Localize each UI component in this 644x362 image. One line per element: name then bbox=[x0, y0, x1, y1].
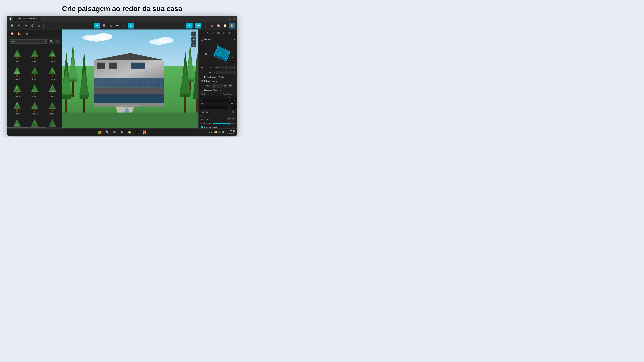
tree-item-9[interactable]: Tree 8 bbox=[44, 81, 61, 98]
tree-item-11[interactable]: Tree 10 bbox=[26, 99, 43, 115]
panel-tab-home[interactable]: 🏠 bbox=[9, 31, 15, 36]
tab-close-icon[interactable]: ✕ bbox=[36, 17, 38, 20]
depth-decrease[interactable]: − bbox=[228, 71, 231, 74]
svg-point-148 bbox=[214, 53, 215, 54]
point-elevation-decrease[interactable]: − bbox=[227, 117, 230, 120]
tree-item-12[interactable]: Tree 11 bbox=[44, 99, 61, 115]
point-row-4[interactable]: # 40.00 in bbox=[198, 106, 237, 109]
tree-item-7[interactable]: Tree 6 bbox=[8, 81, 26, 98]
point-forward-button[interactable]: ▶ bbox=[205, 110, 209, 114]
tree-label-5: Tree 4 bbox=[32, 78, 37, 80]
app-button[interactable]: 🦊 bbox=[141, 129, 147, 135]
info-button[interactable]: ℹ bbox=[202, 23, 208, 28]
tree-item-1[interactable]: Tree bbox=[8, 46, 26, 63]
tree-item-8[interactable]: Tree 7 bbox=[26, 81, 43, 98]
svg-rect-162 bbox=[113, 131, 114, 132]
render-button[interactable]: 🎨 bbox=[229, 23, 235, 28]
right-tab-structure[interactable] bbox=[205, 31, 210, 35]
smoothness-slider[interactable] bbox=[213, 123, 235, 124]
filter-button[interactable]: ⚙ bbox=[55, 39, 60, 44]
tree-item-5[interactable]: Tree 4 bbox=[26, 64, 43, 81]
menu-button[interactable]: ☰ bbox=[9, 23, 15, 28]
tree-item-3[interactable]: Tree 2 bbox=[44, 46, 61, 63]
lock-icon[interactable] bbox=[200, 66, 204, 69]
right-tab-home[interactable] bbox=[227, 31, 232, 35]
point-row-1[interactable]: # 10.00 in bbox=[198, 96, 237, 99]
nav-zoom-out[interactable]: − bbox=[191, 37, 196, 42]
edit-geometry-label[interactable]: Edit Geometry bbox=[204, 80, 217, 82]
files-button[interactable] bbox=[112, 129, 118, 135]
right-tab-settings[interactable] bbox=[221, 31, 226, 35]
maintain-aspect-checkbox[interactable] bbox=[200, 76, 203, 78]
trim-tool-button[interactable] bbox=[108, 23, 114, 28]
width-increase[interactable]: + bbox=[231, 66, 234, 69]
window-tab[interactable]: House Over the River ✕ bbox=[13, 17, 40, 21]
minimize-button[interactable]: — bbox=[224, 17, 226, 20]
chrome-button[interactable] bbox=[126, 129, 132, 135]
tree-item-2[interactable]: Tree 1 bbox=[26, 46, 43, 63]
depth-increase[interactable]: + bbox=[231, 71, 234, 74]
close-button[interactable]: ✕ bbox=[233, 17, 235, 20]
library-button[interactable]: 📖 bbox=[196, 23, 202, 28]
search-taskbar-button[interactable]: 🔍 bbox=[104, 129, 110, 135]
tab-add-button[interactable]: + bbox=[42, 17, 45, 21]
battery-icon: 🔋 bbox=[222, 131, 224, 133]
point-delete-button[interactable]: 🗑 bbox=[231, 110, 235, 114]
depth-input[interactable] bbox=[216, 71, 226, 74]
home-view-button[interactable]: 🏠 bbox=[216, 23, 222, 28]
volume-icon[interactable]: 🔊 bbox=[218, 131, 221, 133]
layout-button[interactable]: ⊟ bbox=[209, 23, 215, 28]
cart-button[interactable]: 🛒 bbox=[36, 23, 42, 28]
settings-taskbar-button[interactable]: ⚙ bbox=[134, 129, 140, 135]
smoothness-thumb[interactable] bbox=[228, 122, 230, 124]
svg-marker-140 bbox=[201, 38, 203, 40]
width-input[interactable] bbox=[216, 66, 226, 69]
select-tool-button[interactable] bbox=[94, 23, 100, 28]
plants-dropdown[interactable]: Plants ▾ bbox=[9, 39, 48, 43]
rotate-ccw[interactable]: ↺ bbox=[224, 84, 227, 87]
measure-button[interactable] bbox=[121, 23, 127, 28]
nav-zoom-in[interactable]: + bbox=[191, 31, 196, 36]
undo-button[interactable]: ↩ bbox=[16, 23, 22, 28]
right-tab-camera[interactable] bbox=[216, 31, 221, 35]
svg-rect-157 bbox=[100, 131, 102, 132]
chevron-up-icon[interactable]: ∧ bbox=[206, 131, 208, 133]
view-button[interactable] bbox=[114, 23, 120, 28]
tree-item-4[interactable]: Tree 3 bbox=[8, 64, 26, 81]
panel-tab-design[interactable]: 📐 bbox=[16, 31, 23, 36]
point-row-3[interactable]: # 30.00 in bbox=[198, 102, 237, 106]
viewport[interactable]: + − ⌂ bbox=[62, 29, 198, 128]
rotate-cw[interactable]: ↻ bbox=[228, 84, 232, 87]
width-row: Width − + bbox=[198, 65, 237, 70]
terrain-dropdown-icon[interactable]: ▾ bbox=[234, 38, 235, 41]
start-button[interactable] bbox=[97, 129, 103, 135]
explorer-button[interactable] bbox=[119, 129, 125, 135]
panel-scrollbar[interactable] bbox=[7, 127, 62, 128]
rotate-input[interactable] bbox=[212, 84, 222, 87]
point-elevation-increase[interactable]: + bbox=[232, 117, 235, 120]
systray-icons: ∧ ENG 📶 🔊 🔋 bbox=[206, 131, 224, 133]
width-decrease[interactable]: − bbox=[228, 66, 231, 69]
tree-item-10[interactable]: Tree 9 bbox=[8, 99, 26, 115]
nav-reset[interactable]: ⌂ bbox=[191, 42, 196, 47]
right-tab-edit[interactable] bbox=[211, 31, 215, 35]
point-back-button[interactable]: ◀ bbox=[200, 110, 204, 114]
point-elevation-col-header: Point Elevation bbox=[222, 93, 235, 95]
tree-item-14[interactable]: Tree 13 bbox=[26, 116, 43, 127]
group-tool-button[interactable] bbox=[101, 23, 107, 28]
maximize-button[interactable]: □ bbox=[229, 17, 230, 20]
delete-button[interactable]: 🗑 bbox=[29, 23, 36, 28]
panel-tab-list[interactable]: ☰ bbox=[24, 31, 30, 36]
tree-item-13[interactable]: Tree 12 bbox=[8, 116, 26, 127]
export-button[interactable]: 📋 bbox=[222, 23, 228, 28]
effects-button[interactable]: ✦ bbox=[186, 23, 192, 28]
auto-elevations-checkbox[interactable] bbox=[200, 89, 203, 91]
scrollbar-thumb[interactable] bbox=[7, 127, 46, 128]
tree-item-15[interactable]: Tree 14 bbox=[44, 116, 61, 127]
right-tab-terrain[interactable] bbox=[200, 31, 204, 35]
redo-button[interactable]: ↪ bbox=[23, 23, 29, 28]
search-button[interactable]: 🔍 bbox=[49, 39, 54, 44]
point-row-2[interactable]: # 20.00 in bbox=[198, 99, 237, 102]
tree-item-6[interactable]: Tree 5 bbox=[44, 64, 61, 81]
sun-button[interactable] bbox=[128, 23, 134, 28]
